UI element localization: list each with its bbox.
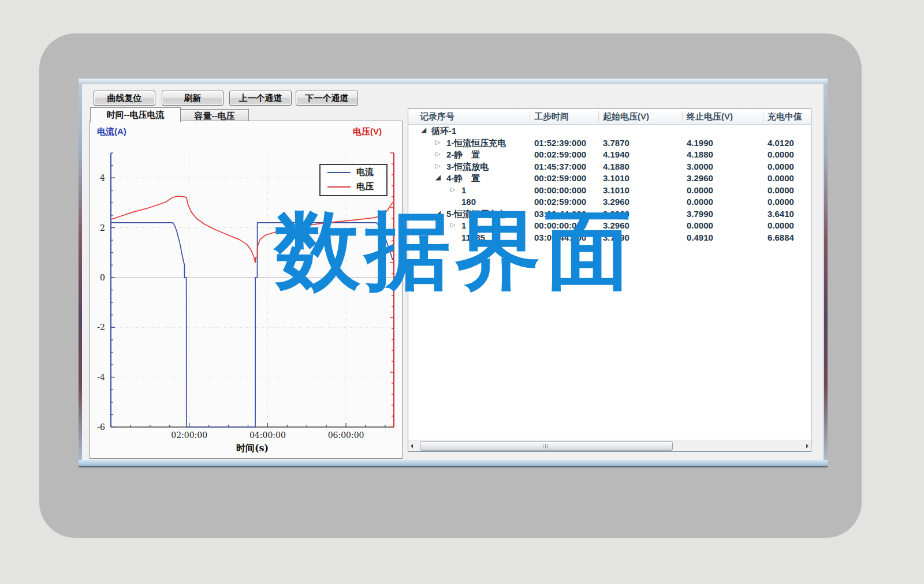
svg-text:04:00:00: 04:00:00	[249, 430, 286, 440]
curve-reset-button[interactable]: 曲线复位	[94, 91, 155, 106]
left-axis-title: 电流(A)	[97, 126, 126, 137]
cell-end-voltage: 0.0000	[687, 220, 713, 230]
cell-end-voltage: 4.1880	[687, 149, 713, 159]
cell-record-seq: 4-静 置	[446, 173, 480, 184]
tree-collapsed-icon[interactable]: ▷	[450, 186, 455, 193]
scroll-left-button[interactable]	[408, 440, 418, 451]
col-end-voltage[interactable]: 终止电压(V)	[687, 111, 733, 122]
cell-end-voltage: 3.2960	[687, 173, 713, 183]
svg-text:4: 4	[100, 173, 105, 182]
col-charge-mid[interactable]: 充电中值	[767, 111, 802, 122]
cell-charge-mid: 0.0000	[767, 197, 794, 207]
tree-expanded-icon[interactable]: ◢	[421, 126, 426, 134]
scrollbar-grip-icon	[543, 444, 550, 448]
tab-capacity-voltage[interactable]: 容量--电压	[180, 109, 249, 122]
cell-end-voltage: 3.0000	[687, 162, 713, 171]
col-record-seq[interactable]: 记录序号	[420, 111, 454, 122]
table-header: 记录序号 工步时间 起始电压(V) 终止电压(V) 充电中值	[408, 109, 811, 125]
table-row[interactable]: ▷1-恒流恒压充电01:52:39:0003.78704.19904.0120	[408, 137, 811, 149]
cell-record-seq: 1-恒流恒压充电	[446, 138, 506, 149]
cell-end-voltage: 4.1990	[687, 138, 713, 148]
tree-collapsed-icon[interactable]: ▷	[435, 138, 440, 146]
cell-step-time: 00:02:59:000	[534, 173, 586, 183]
cell-charge-mid: 0.0000	[767, 185, 794, 195]
cell-end-voltage: 0.0000	[687, 197, 713, 207]
legend-voltage-label: 电压	[356, 181, 374, 192]
cell-step-time: 01:52:39:000	[534, 138, 586, 148]
tree-collapsed-icon[interactable]: ▷	[435, 162, 440, 170]
svg-text:06:00:00: 06:00:00	[328, 430, 364, 440]
cell-charge-mid: 6.6884	[767, 233, 794, 242]
cell-record-seq: 1	[461, 185, 466, 195]
tab-time-voltage-current[interactable]: 时间--电压电流	[90, 107, 181, 122]
svg-text:02:00:00: 02:00:00	[171, 430, 207, 440]
cell-step-time: 00:02:59:000	[534, 149, 586, 159]
cell-step-time: 01:45:37:000	[534, 162, 586, 171]
legend-current-line	[327, 172, 351, 173]
cell-start-voltage: 4.1940	[603, 149, 629, 159]
cell-charge-mid: 3.6410	[767, 209, 794, 219]
chart-legend: 电流 电压	[319, 164, 388, 196]
refresh-button[interactable]: 刷新	[162, 91, 223, 106]
cell-charge-mid: 0.0000	[767, 220, 794, 230]
table-row[interactable]: ◢循环-1	[408, 125, 811, 137]
window-bottom-border	[79, 460, 828, 466]
legend-voltage-line	[327, 186, 351, 188]
cell-start-voltage: 3.7870	[603, 138, 629, 148]
cell-end-voltage: 3.7990	[687, 209, 713, 219]
svg-text:0: 0	[100, 273, 105, 282]
cell-charge-mid: 4.0120	[767, 138, 794, 148]
cell-step-time: 00:00:00:000	[534, 185, 586, 195]
table-row[interactable]: ▷2-静 置00:02:59:0004.19404.18800.0000	[408, 148, 811, 160]
scrollbar-thumb[interactable]	[420, 441, 673, 451]
watermark-text: 数据界面	[275, 208, 635, 293]
left-arrow-icon	[411, 444, 413, 448]
svg-text:-2: -2	[97, 323, 105, 332]
cell-start-voltage: 3.1010	[603, 173, 629, 183]
cell-charge-mid: 0.0000	[767, 162, 794, 171]
cell-record-seq: 循环-1	[431, 126, 456, 137]
window-shadow	[79, 466, 828, 467]
tree-expanded-icon[interactable]: ◢	[435, 173, 441, 181]
svg-text:-6: -6	[97, 422, 105, 432]
tree-collapsed-icon[interactable]: ▷	[435, 150, 440, 158]
scroll-right-button[interactable]	[802, 440, 811, 451]
svg-text:时间(s): 时间(s)	[236, 443, 269, 454]
right-arrow-icon	[806, 444, 808, 448]
right-axis-title: 电压(V)	[353, 126, 382, 137]
cell-start-voltage: 4.1880	[603, 162, 629, 171]
legend-current-label: 电流	[356, 167, 374, 178]
next-channel-button[interactable]: 下一个通道	[296, 91, 358, 106]
table-row[interactable]: ◢4-静 置00:02:59:0003.10103.29600.0000	[408, 172, 811, 184]
cell-charge-mid: 0.0000	[767, 173, 794, 183]
table-row[interactable]: ▷3-恒流放电01:45:37:0004.18803.00000.0000	[408, 160, 811, 173]
cell-end-voltage: 0.4910	[687, 233, 713, 242]
horizontal-scrollbar[interactable]	[408, 440, 811, 451]
window-right-border	[824, 84, 828, 460]
svg-text:-4: -4	[97, 373, 105, 382]
svg-text:2: 2	[100, 223, 105, 233]
table-row[interactable]: ▷100:00:00:0003.10100.00000.0000	[408, 184, 811, 196]
cell-charge-mid: 0.0000	[767, 149, 794, 159]
cell-record-seq: 3-恒流放电	[446, 162, 489, 173]
col-start-voltage[interactable]: 起始电压(V)	[603, 111, 649, 122]
cell-record-seq: 2-静 置	[446, 149, 480, 160]
cell-end-voltage: 0.0000	[687, 185, 713, 195]
col-step-time[interactable]: 工步时间	[534, 111, 569, 122]
previous-channel-button[interactable]: 上一个通道	[229, 91, 292, 106]
cell-start-voltage: 3.1010	[603, 185, 629, 195]
